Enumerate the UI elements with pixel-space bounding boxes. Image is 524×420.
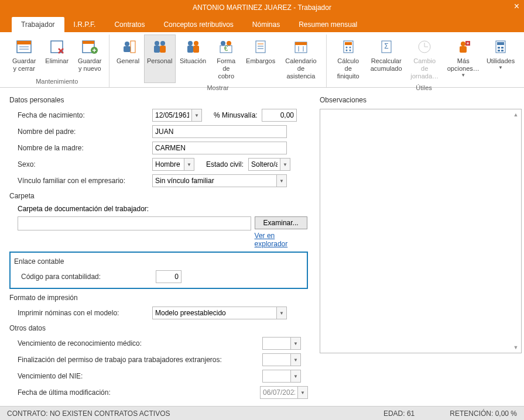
chevron-down-icon[interactable]: ▼ [290, 370, 301, 383]
guardar-cerrar-button[interactable]: Guardar y cerrar [8, 35, 40, 75]
calculo-finiquito-button[interactable]: Cálculo de finiquito [330, 35, 367, 83]
minusvalia-label: % Minusvalía: [214, 111, 262, 119]
chevron-down-icon[interactable]: ▼ [191, 109, 202, 122]
close-icon[interactable]: × [514, 1, 519, 12]
calculo-icon [339, 37, 358, 56]
fecha-nac-input[interactable] [152, 109, 191, 122]
tab-conceptos[interactable]: Conceptos retributivos [154, 17, 242, 32]
section-enlace-contable: Enlace contable [14, 257, 304, 266]
general-button[interactable]: General [113, 35, 142, 83]
svg-rect-17 [154, 46, 160, 53]
venc-nie-input[interactable] [262, 370, 290, 383]
forma-cobro-button[interactable]: € Forma de cobro [210, 35, 242, 83]
scroll-up-icon[interactable]: ▲ [512, 111, 520, 119]
ribbon-group-mantenimiento: Guardar y cerrar Eliminar Guardar y nuev… [5, 35, 109, 87]
imprimir-input[interactable] [152, 307, 276, 319]
situacion-button[interactable]: Situación [177, 35, 210, 83]
embargos-button[interactable]: Embargos [243, 35, 278, 83]
svg-point-15 [155, 41, 159, 46]
chevron-down-icon[interactable]: ▼ [276, 174, 287, 187]
tab-resumen[interactable]: Resumen mensual [289, 17, 367, 32]
fin-permiso-input[interactable] [262, 353, 290, 366]
general-icon [119, 37, 138, 56]
nombre-madre-label: Nombre de la madre: [18, 144, 152, 152]
estado-civil-input[interactable] [248, 158, 280, 171]
venc-medico-input[interactable] [262, 337, 290, 350]
save-new-icon [80, 37, 99, 56]
imprimir-label: Imprimir nóminas con el modelo: [18, 309, 152, 317]
observaciones-textarea[interactable]: ▲ ▼ [320, 109, 522, 353]
venc-nie-combo[interactable]: ▼ [262, 370, 301, 383]
section-carpeta: Carpeta [9, 192, 308, 200]
general-label: General [117, 57, 139, 65]
tab-irpf[interactable]: I.R.P.F. [64, 17, 105, 32]
mas-opciones-button[interactable]: Más opciones… ▼ [444, 35, 482, 83]
utilidades-label: Utilidades [487, 57, 515, 65]
svg-rect-56 [501, 50, 504, 51]
vinculo-combo[interactable]: ▼ [152, 174, 288, 187]
fecha-nac-label: Fecha de nacimiento: [18, 111, 152, 119]
cambio-jornada-icon [415, 37, 434, 56]
vinculo-input[interactable] [152, 174, 276, 187]
examinar-button[interactable]: Examinar... [255, 216, 307, 229]
group-label-mostrar: Mostrar [113, 83, 322, 94]
fin-permiso-combo[interactable]: ▼ [262, 353, 301, 366]
status-edad: EDAD: 61 [383, 409, 415, 418]
tab-contratos[interactable]: Contratos [105, 17, 154, 32]
sexo-combo[interactable]: ▼ [152, 158, 194, 171]
chevron-down-icon: ▼ [461, 73, 465, 78]
svg-point-39 [345, 50, 347, 51]
status-contrato: CONTRATO: NO EXISTEN CONTRATOS ACTIVOS [7, 409, 170, 418]
svg-rect-14 [131, 41, 135, 53]
ribbon-group-utiles: Cálculo de finiquito Σ Recalcular acumul… [327, 35, 522, 87]
personal-button[interactable]: Personal [144, 35, 176, 83]
codigo-cont-input[interactable] [156, 270, 181, 283]
svg-rect-36 [345, 42, 352, 45]
svg-rect-52 [497, 42, 504, 45]
estado-civil-combo[interactable]: ▼ [248, 158, 290, 171]
scroll-down-icon[interactable]: ▼ [512, 343, 520, 352]
nombre-padre-input[interactable] [152, 125, 287, 138]
svg-rect-27 [256, 41, 265, 53]
fecha-mod-combo[interactable]: ▼ [260, 386, 308, 399]
svg-rect-8 [83, 41, 94, 44]
group-label-utiles: Útiles [330, 83, 518, 94]
carpeta-path-input[interactable] [18, 216, 251, 230]
chevron-down-icon[interactable]: ▼ [280, 158, 290, 171]
section-observaciones: Observaciones [320, 96, 522, 104]
utilidades-button[interactable]: Utilidades ▼ [484, 35, 518, 83]
ribbon: Guardar y cerrar Eliminar Guardar y nuev… [0, 32, 524, 88]
chevron-down-icon[interactable]: ▼ [290, 337, 301, 350]
recalcular-label: Recalcular acumulado [371, 57, 402, 73]
venc-medico-combo[interactable]: ▼ [262, 337, 301, 350]
recalcular-icon: Σ [377, 37, 396, 56]
nombre-madre-input[interactable] [152, 142, 287, 154]
forma-cobro-icon: € [217, 37, 235, 56]
fecha-mod-input[interactable] [260, 386, 297, 399]
chevron-down-icon[interactable]: ▼ [184, 158, 194, 171]
sexo-input[interactable] [152, 158, 184, 171]
cambio-jornada-button[interactable]: Cambio de jornada… [406, 35, 443, 83]
carpeta-doc-label: Carpeta de documentación del trabajador: [9, 205, 308, 213]
ver-explorador-link[interactable]: Ver en explorador [255, 232, 308, 248]
chevron-down-icon[interactable]: ▼ [276, 307, 287, 319]
guardar-nuevo-button[interactable]: Guardar y nuevo [74, 35, 105, 75]
tab-nominas[interactable]: Nóminas [243, 17, 289, 32]
tab-trabajador[interactable]: Trabajador [12, 17, 64, 32]
venc-medico-label: Vencimiento de reconocimiento médico: [18, 339, 262, 347]
chevron-down-icon[interactable]: ▼ [297, 386, 308, 399]
imprimir-combo[interactable]: ▼ [152, 307, 287, 319]
recalcular-button[interactable]: Σ Recalcular acumulado [368, 35, 405, 83]
main-tabs: Trabajador I.R.P.F. Contratos Conceptos … [0, 15, 524, 32]
svg-rect-54 [501, 47, 504, 49]
calendario-button[interactable]: Calendario de asistencia [279, 35, 322, 83]
situacion-icon [184, 37, 203, 56]
svg-rect-21 [187, 46, 193, 53]
minusvalia-input[interactable] [262, 109, 297, 122]
chevron-down-icon[interactable]: ▼ [290, 353, 301, 366]
eliminar-button[interactable]: Eliminar [41, 35, 73, 75]
fecha-nac-combo[interactable]: ▼ [152, 109, 202, 122]
svg-rect-53 [498, 47, 500, 49]
section-datos-personales: Datos personales [9, 96, 308, 104]
vinculo-label: Vínculo familiar con el empresario: [18, 177, 152, 185]
